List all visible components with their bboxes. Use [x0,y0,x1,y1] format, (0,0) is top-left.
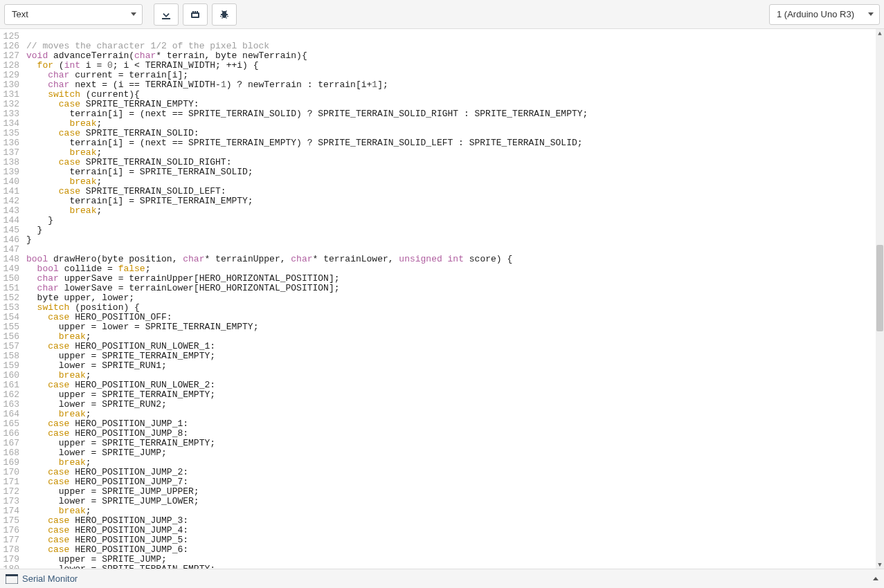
code-line[interactable]: char current = terrain[i]; [26,71,884,80]
code-line[interactable]: for (int i = 0; i < TERRAIN_WIDTH; ++i) … [26,61,884,71]
code-line[interactable]: lower = SPRITE_JUMP_LOWER; [26,497,884,506]
view-mode-label: Text [12,9,28,19]
code-line[interactable]: upper = SPRITE_JUMP_UPPER; [26,487,884,497]
code-line[interactable]: break; [26,458,884,468]
code-line[interactable]: case SPRITE_TERRAIN_SOLID: [26,129,884,138]
code-line[interactable]: } [26,235,884,245]
serial-monitor-icon [6,574,18,584]
code-line[interactable]: break; [26,332,884,342]
code-line[interactable]: break; [26,506,884,516]
svg-rect-1 [6,574,18,576]
code-line[interactable]: break; [26,371,884,380]
chevron-down-icon [131,12,136,16]
code-line[interactable]: terrain[i] = (next == SPRITE_TERRAIN_EMP… [26,138,884,148]
code-line[interactable]: upper = lower = SPRITE_TERRAIN_EMPTY; [26,322,884,332]
statusbar: Serial Monitor [0,569,884,588]
code-line[interactable]: char upperSave = terrainUpper[HERO_HORIZ… [26,274,884,284]
code-line[interactable]: case HERO_POSITION_JUMP_3: [26,516,884,526]
chevron-down-icon [868,12,874,16]
serial-monitor-link[interactable]: Serial Monitor [22,573,78,584]
board-dropdown[interactable]: 1 (Arduino Uno R3) [769,4,880,25]
code-line[interactable]: lower = SPRITE_RUN2; [26,400,884,410]
code-line[interactable]: terrain[i] = (next == SPRITE_TERRAIN_SOL… [26,109,884,119]
code-line[interactable]: terrain[i] = SPRITE_TERRAIN_EMPTY; [26,196,884,206]
code-line[interactable]: void advanceTerrain(char* terrain, byte … [26,51,884,61]
line-gutter: 1251261271281291301311321331341351361371… [0,29,24,569]
chip-icon [190,9,201,20]
code-line[interactable]: upper = SPRITE_TERRAIN_EMPTY; [26,351,884,361]
code-line[interactable]: lower = SPRITE_RUN1; [26,361,884,371]
view-mode-dropdown[interactable]: Text [4,4,143,25]
code-line[interactable]: lower = SPRITE_JUMP; [26,448,884,458]
code-line[interactable]: break; [26,410,884,419]
code-line[interactable]: break; [26,177,884,187]
code-line[interactable] [26,32,884,42]
code-line[interactable]: break; [26,148,884,158]
code-editor[interactable]: 1251261271281291301311321331341351361371… [0,29,884,569]
scroll-down-arrow[interactable]: ▼ [876,560,883,569]
code-line[interactable]: bool collide = false; [26,264,884,274]
scroll-up-arrow[interactable]: ▲ [876,29,883,37]
code-line[interactable]: lower = SPRITE_TERRAIN_EMPTY; [26,564,884,569]
code-line[interactable]: case HERO_POSITION_JUMP_6: [26,545,884,555]
code-line[interactable]: byte upper, lower; [26,293,884,303]
board-label: 1 (Arduino Uno R3) [777,9,854,19]
code-line[interactable]: case HERO_POSITION_JUMP_2: [26,468,884,477]
code-line[interactable]: case HERO_POSITION_RUN_LOWER_2: [26,380,884,390]
download-icon [161,9,172,20]
code-line[interactable]: char lowerSave = terrainLower[HERO_HORIZ… [26,284,884,293]
code-line[interactable]: case HERO_POSITION_JUMP_7: [26,477,884,487]
libraries-button[interactable] [183,3,208,26]
code-line[interactable] [26,245,884,255]
code-line[interactable]: upper = SPRITE_TERRAIN_EMPTY; [26,390,884,400]
code-line[interactable]: break; [26,206,884,216]
vertical-scrollbar[interactable]: ▲ ▼ [876,29,884,569]
code-line[interactable]: } [26,226,884,235]
toolbar: Text 1 (Arduino Uno R3) [0,0,884,29]
code-line[interactable]: } [26,216,884,226]
debug-button[interactable] [212,3,237,26]
code-line[interactable]: char next = (i == TERRAIN_WIDTH-1) ? new… [26,80,884,90]
code-line[interactable]: bool drawHero(byte position, char* terra… [26,255,884,264]
code-line[interactable]: break; [26,119,884,129]
code-line[interactable]: terrain[i] = SPRITE_TERRAIN_SOLID; [26,167,884,177]
chevron-up-icon[interactable] [873,577,878,580]
code-line[interactable]: case HERO_POSITION_JUMP_8: [26,429,884,439]
code-line[interactable]: upper = SPRITE_JUMP; [26,555,884,564]
code-content[interactable]: // moves the character 1/2 of the pixel … [24,29,884,569]
code-line[interactable]: switch (current){ [26,90,884,100]
code-line[interactable]: case SPRITE_TERRAIN_SOLID_LEFT: [26,187,884,196]
code-line[interactable]: case HERO_POSITION_JUMP_4: [26,526,884,535]
code-line[interactable]: case SPRITE_TERRAIN_SOLID_RIGHT: [26,158,884,167]
code-line[interactable]: case SPRITE_TERRAIN_EMPTY: [26,100,884,109]
code-line[interactable]: case HERO_POSITION_OFF: [26,313,884,322]
scrollbar-thumb[interactable] [876,245,883,331]
code-line[interactable]: case HERO_POSITION_JUMP_5: [26,535,884,545]
download-button[interactable] [154,3,179,26]
code-line[interactable]: // moves the character 1/2 of the pixel … [26,42,884,51]
code-line[interactable]: case HERO_POSITION_JUMP_1: [26,419,884,429]
bug-icon [219,9,230,20]
code-line[interactable]: case HERO_POSITION_RUN_LOWER_1: [26,342,884,351]
code-line[interactable]: upper = SPRITE_TERRAIN_EMPTY; [26,439,884,448]
code-line[interactable]: switch (position) { [26,303,884,313]
